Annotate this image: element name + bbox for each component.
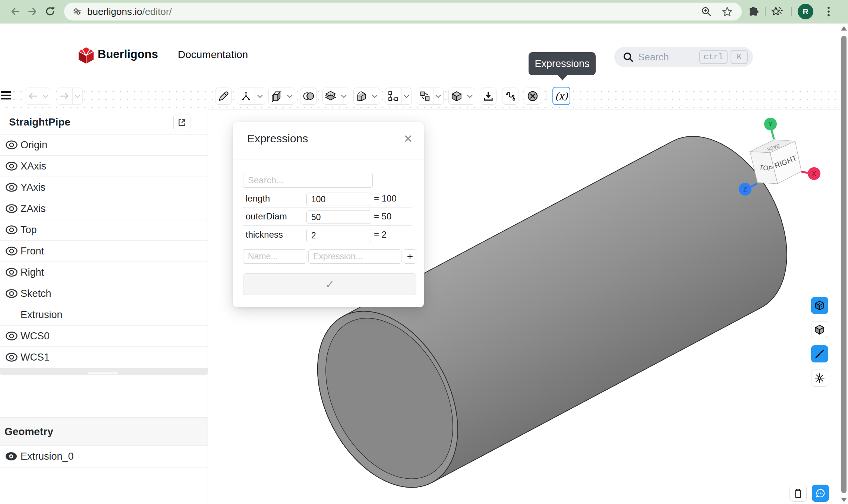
dialog-divider: [233, 159, 424, 159]
visibility-eye-icon[interactable]: [5, 225, 18, 235]
browser-forward-button[interactable]: [26, 5, 39, 18]
expressions-button-label: (x): [555, 91, 568, 102]
page-scrollbar-thumb[interactable]: [841, 36, 847, 493]
tree-item-front[interactable]: Front: [0, 240, 208, 262]
visibility-eye-icon[interactable]: [5, 140, 18, 150]
tree-item-extrusion[interactable]: Extrusion: [0, 304, 208, 326]
origin-display-button[interactable]: [811, 370, 828, 387]
sketch-tool-button[interactable]: [215, 88, 232, 105]
tree-item-zaxis[interactable]: ZAxis: [0, 198, 208, 219]
app-logo[interactable]: [78, 46, 95, 65]
new-expression-value-input[interactable]: [308, 249, 401, 264]
reading-list-button[interactable]: [771, 6, 783, 17]
redo-dropdown[interactable]: [72, 88, 82, 104]
expression-search-input[interactable]: [243, 173, 373, 188]
browser-back-button[interactable]: [9, 5, 22, 18]
scrollbar-up-arrow[interactable]: [841, 26, 847, 31]
workplane-dropdown[interactable]: [255, 88, 265, 104]
tree-item-xaxis[interactable]: XAxis: [0, 155, 208, 177]
expression-value-input-length[interactable]: [306, 193, 371, 206]
redo-button[interactable]: [57, 88, 83, 105]
visibility-eye-icon[interactable]: [5, 246, 18, 256]
tree-item-yaxis[interactable]: YAxis: [0, 177, 208, 198]
z-axis-ball[interactable]: Z: [739, 183, 751, 196]
browser-reload-button[interactable]: [44, 5, 57, 18]
url-text[interactable]: buerligons.io/editor/: [87, 6, 172, 18]
doc-search-box[interactable]: Search ctrl K: [614, 47, 753, 67]
slice-dropdown[interactable]: [339, 88, 349, 104]
new-expression-name-input[interactable]: [243, 249, 306, 264]
move-tool-button[interactable]: [385, 88, 412, 105]
site-settings-icon[interactable]: [72, 7, 82, 16]
pattern-dropdown[interactable]: [433, 88, 443, 104]
slice-stack-icon: [325, 91, 336, 102]
tree-item-sketch[interactable]: Sketch: [0, 283, 208, 304]
nav-documentation[interactable]: Documentation: [178, 49, 248, 61]
visibility-eye-icon[interactable]: [5, 331, 18, 341]
extrude-dropdown[interactable]: [285, 88, 295, 104]
visibility-eye-icon[interactable]: [5, 161, 18, 171]
dialog-close-button[interactable]: ✕: [401, 131, 416, 146]
undo-button[interactable]: [25, 88, 51, 105]
deactivate-feature-button[interactable]: [524, 88, 541, 105]
add-expression-button[interactable]: +: [404, 249, 416, 264]
axes-icon: [241, 91, 251, 101]
delete-button[interactable]: [789, 485, 807, 502]
extensions-button[interactable]: [748, 6, 759, 17]
visibility-eye-filled-icon[interactable]: [5, 451, 18, 461]
move-dropdown[interactable]: [401, 88, 412, 104]
feedback-button[interactable]: [812, 485, 829, 502]
expressions-button[interactable]: (x): [552, 87, 570, 105]
shaded-view-button[interactable]: [811, 321, 828, 338]
undo-dropdown[interactable]: [41, 88, 51, 104]
buerligons-cube-icon: [78, 46, 95, 65]
tree-horizontal-scrollbar[interactable]: [0, 368, 208, 375]
boolean-tool-button[interactable]: [300, 88, 317, 105]
tooltip-label: Expressions: [535, 58, 589, 70]
zoom-icon[interactable]: [701, 6, 712, 17]
chrome-menu-button[interactable]: [823, 5, 834, 18]
tree-item-right[interactable]: Right: [0, 261, 208, 283]
pattern-tool-button[interactable]: [417, 88, 444, 105]
extrude-tool-button[interactable]: [268, 88, 295, 105]
visibility-eye-icon[interactable]: [5, 289, 18, 298]
scrollbar-down-arrow[interactable]: [841, 498, 847, 502]
fillet-dropdown[interactable]: [370, 88, 380, 104]
tree-item-top[interactable]: Top: [0, 219, 208, 241]
geometry-section-header: Geometry: [0, 417, 208, 446]
expression-value-input-thickness[interactable]: [306, 229, 371, 242]
solid-tool-button[interactable]: [448, 88, 475, 105]
back-icon: [10, 6, 21, 17]
confirm-button[interactable]: ✓: [243, 273, 416, 295]
open-part-button[interactable]: [173, 114, 190, 131]
redo-arrow-icon: [60, 92, 69, 101]
spline-tool-button[interactable]: [502, 88, 518, 105]
expression-name: length: [246, 193, 270, 204]
fillet-tool-button[interactable]: [353, 88, 380, 105]
profile-avatar[interactable]: R: [798, 4, 813, 19]
copy-squares-icon: [420, 91, 430, 101]
import-export-button[interactable]: [480, 88, 496, 105]
expression-value-input-outerdiam[interactable]: [306, 210, 371, 224]
workplane-tool-button[interactable]: [237, 88, 265, 105]
y-axis-ball[interactable]: Y: [764, 118, 777, 130]
hamburger-icon: [1, 91, 12, 101]
visibility-eye-icon[interactable]: [5, 267, 18, 277]
tree-item-extrusion0[interactable]: Extrusion_0: [0, 446, 208, 467]
x-axis-ball[interactable]: X: [808, 167, 820, 180]
address-bar[interactable]: buerligons.io/editor/: [64, 3, 742, 20]
visibility-eye-icon[interactable]: [5, 352, 18, 362]
tree-item-origin[interactable]: Origin: [0, 134, 208, 156]
visibility-eye-icon[interactable]: [5, 204, 18, 213]
bookmark-star-icon[interactable]: [722, 6, 733, 17]
tree-item-wcs0[interactable]: WCS0: [0, 325, 208, 347]
slice-tool-button[interactable]: [322, 88, 349, 105]
visibility-eye-icon[interactable]: [5, 183, 18, 192]
main-menu-button[interactable]: [1, 91, 12, 101]
solid-dropdown[interactable]: [465, 88, 475, 104]
hidden-lines-toggle-button[interactable]: [811, 297, 828, 314]
svg-text:Y: Y: [769, 121, 773, 127]
star-burst-icon: [771, 6, 783, 17]
measure-toggle-button[interactable]: [811, 345, 828, 362]
tree-item-wcs1[interactable]: WCS1: [0, 346, 208, 368]
